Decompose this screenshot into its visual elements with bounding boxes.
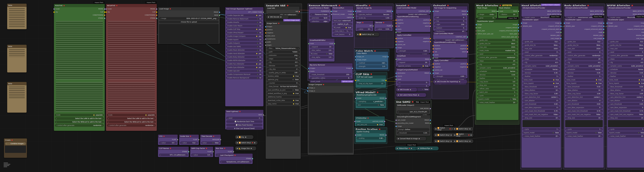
arrow-left-icon[interactable]: ◂: [192, 154, 193, 156]
collapsed-input-port[interactable]: [236, 148, 238, 149]
arrow-right-icon[interactable]: ▸: [601, 48, 602, 49]
toggle-dot[interactable]: [422, 65, 424, 67]
node-vae-decode[interactable]: VAE Decode: [266, 15, 289, 19]
image-ref-input-port[interactable]: [355, 56, 356, 58]
textarea[interactable]: [565, 120, 603, 127]
widget-max-size[interactable]: ◂max_size1024▸: [477, 46, 518, 49]
arrow-left-icon[interactable]: ◂: [609, 129, 610, 130]
arrow-left-icon[interactable]: ◂: [524, 86, 524, 87]
control-net-output-port[interactable]: [467, 36, 468, 38]
widget-right[interactable]: ◂right256▸: [434, 23, 466, 26]
arrow-left-icon[interactable]: ◂: [358, 62, 358, 64]
node-switch-1[interactable]: 🔀 Switch (Any)✱Impact Pack: [434, 127, 455, 131]
clip-output-port[interactable]: [104, 11, 105, 13]
arrow-right-icon[interactable]: ▸: [350, 74, 350, 75]
arrow-right-icon[interactable]: ▸: [465, 27, 465, 29]
image-output-port[interactable]: [392, 11, 393, 12]
collapsed-output-port[interactable]: [469, 141, 471, 142]
arrow-left-icon[interactable]: ◂: [478, 91, 479, 93]
mask-output-port[interactable]: [352, 14, 354, 15]
collapsed-output-port[interactable]: [254, 142, 256, 144]
widget-filename[interactable]: ◂filename%time_%basemodelname_%seed▸: [266, 47, 300, 50]
string-output-port[interactable]: [188, 151, 189, 153]
widget-precision[interactable]: ◂precisionfp16▸: [310, 16, 330, 19]
collapsed-output-port[interactable]: [280, 16, 282, 18]
widget-vit-l-14-safetensors[interactable]: ◂ViT-L-14.safetensors▸: [159, 154, 188, 156]
textarea[interactable]: [107, 81, 156, 113]
mask-output-port[interactable]: [467, 14, 468, 15]
widget-max-new-tokens[interactable]: ◂max_new_tokens1024▸: [332, 30, 352, 32]
clip-input-port[interactable]: [105, 11, 107, 13]
toggle-dot[interactable]: [256, 15, 258, 16]
image-input-port[interactable]: [331, 11, 332, 12]
widget-sam-threshold[interactable]: ◂sam_threshold0.93▸: [608, 103, 644, 105]
arrow-left-icon[interactable]: ◂: [524, 89, 524, 91]
widget-sam-mask-hint-threshold[interactable]: ◂sam_mask_hint_threshold0.70▸: [522, 110, 560, 112]
model-input-port[interactable]: [105, 8, 107, 10]
node-header[interactable]: Mask Shape: [476, 6, 497, 9]
toggle-dot[interactable]: [552, 132, 554, 134]
arrow-right-icon[interactable]: ▸: [328, 14, 328, 15]
widget-noise-mask[interactable]: noise_masktrue: [608, 79, 644, 81]
model-input-port[interactable]: [355, 134, 356, 136]
widget-sam-threshold[interactable]: ◂sam_threshold0.93▸: [565, 103, 603, 105]
node-header[interactable]: GrowMask: [396, 54, 430, 58]
toggle-dot[interactable]: [257, 70, 258, 72]
collapsed-input-port[interactable]: [236, 142, 238, 144]
node-load-image[interactable]: Load Image✱IMAGEMASK◂imageSDXL 2025-03-1…: [158, 7, 220, 44]
collapsed-input-port[interactable]: [454, 128, 456, 130]
image-output-port[interactable]: [518, 24, 519, 25]
widget-steps[interactable]: ◂steps20▸: [608, 58, 644, 61]
widget-gaussblur-radius[interactable]: ◂gaussblur_radius8▸: [310, 77, 352, 80]
arrow-left-icon[interactable]: ◂: [524, 114, 524, 115]
node-header[interactable]: FaceDetailer (pipe): [564, 18, 604, 21]
widget-steps[interactable]: ◂steps20▸: [565, 58, 603, 61]
widget-clip-skip[interactable]: ◂clip_skip-2▸: [266, 68, 300, 71]
arrow-left-icon[interactable]: ◂: [311, 21, 312, 22]
arrow-left-icon[interactable]: ◂: [566, 114, 567, 115]
arrow-left-icon[interactable]: ◂: [435, 20, 436, 22]
int-output-port[interactable]: [372, 25, 374, 27]
arrow-right-icon[interactable]: ▸: [516, 64, 516, 65]
widget-select-the-wildcard-to-add-to-the-text[interactable]: ◂Select the Wildcard to add to the text▸: [107, 121, 156, 123]
widget-bbox-crop-factor[interactable]: ◂bbox_crop_factor3.00▸: [565, 92, 603, 95]
mask-input-port[interactable]: [476, 27, 477, 28]
node-header[interactable]: Guide Size✱: [179, 135, 199, 138]
arrow-left-icon[interactable]: ◂: [478, 60, 479, 62]
arrow-left-icon[interactable]: ◂: [524, 58, 524, 60]
collapsed-input-port[interactable]: [418, 148, 419, 149]
mask-output-port[interactable]: [560, 32, 562, 33]
node-switch-4[interactable]: 🔀 Switch (Any)✱: [452, 133, 474, 137]
node-facedetailer-nsfw[interactable]: FaceDetailer (pipe)Impact Packimageimage…: [607, 18, 644, 168]
widget-mask-threshold[interactable]: ◂mask_threshold250▸: [310, 73, 352, 76]
control-net-output-port[interactable]: [430, 11, 431, 12]
float-output-port[interactable]: [198, 139, 200, 140]
widget-force-inpaint[interactable]: force_inpainttrue: [565, 82, 603, 85]
widget-value[interactable]: ◂value15▸: [356, 28, 372, 31]
node-vae-encode-inpaint-pill[interactable]: VAE Encode (for Inpainting): [433, 80, 467, 84]
latent-output-port[interactable]: [430, 25, 431, 27]
toggle-dot[interactable]: [326, 53, 328, 55]
arrow-right-icon[interactable]: ▸: [428, 82, 428, 83]
arrow-left-icon[interactable]: ◂: [609, 117, 610, 119]
image-input-port[interactable]: [355, 11, 356, 12]
widget-max-size[interactable]: ◂max_size1024▸: [608, 47, 644, 50]
arrow-right-icon[interactable]: ▸: [601, 65, 602, 67]
segm-detector-output-port[interactable]: [603, 14, 604, 15]
positive-input-port[interactable]: [396, 19, 397, 21]
arrow-left-icon[interactable]: ◂: [398, 62, 399, 63]
widget-value[interactable]: valuefalse: [201, 141, 220, 144]
arrow-right-icon[interactable]: ▸: [516, 71, 516, 72]
collapsed-input-port[interactable]: [398, 138, 399, 139]
collapsed-output-port[interactable]: [450, 134, 452, 136]
node-header[interactable]: Fast Groups Bypasser (rgthree): [225, 7, 264, 10]
arrow-right-icon[interactable]: ▸: [601, 69, 602, 70]
arrow-left-icon[interactable]: ◂: [478, 40, 479, 41]
arrow-left-icon[interactable]: ◂: [334, 23, 334, 25]
widget-enable-image-compare[interactable]: Enable Image Compareyes: [226, 35, 262, 38]
node-header[interactable]: FaceDetailer (pipe): [522, 18, 561, 21]
float-output-port[interactable]: [212, 151, 214, 153]
caption-output-port[interactable]: [352, 17, 354, 18]
image-input-port[interactable]: [396, 126, 397, 127]
pixels-input-port[interactable]: [432, 54, 434, 56]
